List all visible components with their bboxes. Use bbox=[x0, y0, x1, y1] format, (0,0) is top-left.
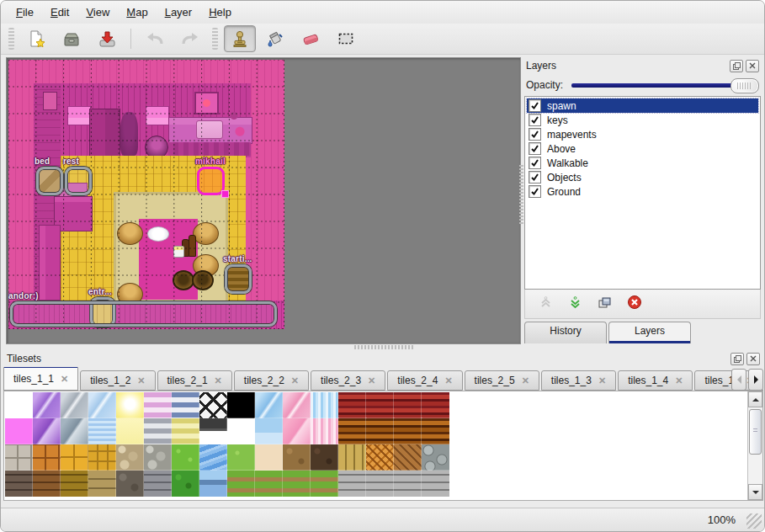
duplicate-layer-button[interactable] bbox=[598, 295, 612, 313]
layer-row-Walkable[interactable]: Walkable bbox=[527, 156, 758, 170]
scrollbar-track[interactable] bbox=[748, 407, 762, 484]
tile-swatch-r1c2[interactable] bbox=[61, 418, 88, 444]
tile-swatch-r2c15[interactable] bbox=[422, 444, 449, 471]
tile-swatch-r1c3[interactable] bbox=[88, 418, 116, 444]
tile-swatch-r3c0[interactable] bbox=[5, 471, 33, 497]
close-tab-icon[interactable]: ✕ bbox=[61, 375, 68, 384]
close-tab-icon[interactable]: ✕ bbox=[291, 376, 299, 386]
layer-visibility-checkbox[interactable] bbox=[529, 99, 541, 112]
close-tab-icon[interactable]: ✕ bbox=[368, 376, 375, 386]
opacity-slider-handle[interactable] bbox=[730, 78, 759, 93]
tile-swatch-r2c14[interactable] bbox=[394, 444, 422, 471]
tile-swatch-r2c11[interactable] bbox=[311, 444, 338, 471]
tile-swatch-r0c0[interactable] bbox=[5, 392, 33, 418]
tile-swatch-r0c15[interactable] bbox=[422, 392, 449, 418]
tile-swatch-r2c10[interactable] bbox=[283, 444, 311, 471]
tile-swatch-r2c1[interactable] bbox=[33, 444, 61, 471]
toolbar-grip[interactable] bbox=[8, 28, 14, 50]
tile-swatch-r0c14[interactable] bbox=[394, 392, 422, 418]
tile-swatch-r3c14[interactable] bbox=[394, 471, 422, 497]
tile-swatch-r1c6[interactable] bbox=[172, 418, 199, 444]
stamp-brush-button[interactable] bbox=[224, 25, 256, 52]
tile-swatch-r0c2[interactable] bbox=[61, 392, 88, 418]
tile-swatch-r1c10[interactable] bbox=[283, 418, 311, 444]
tile-swatch-r0c3[interactable] bbox=[88, 392, 116, 418]
menu-item-edit[interactable]: Edit bbox=[42, 3, 77, 22]
map-canvas[interactable]: bedrestmikhailstarti...entr...andor:) bbox=[8, 60, 284, 329]
tile-swatch-r0c7[interactable] bbox=[199, 392, 227, 418]
tile-swatch-r3c10[interactable] bbox=[283, 471, 311, 497]
dock-tab-layers[interactable]: Layers bbox=[608, 322, 691, 343]
tile-swatch-r3c15[interactable] bbox=[422, 471, 449, 497]
tile-swatch-r1c13[interactable] bbox=[366, 418, 394, 444]
vertical-splitter[interactable] bbox=[519, 165, 523, 224]
tileset-tab-tiles_1_2[interactable]: tiles_1_2✕ bbox=[80, 370, 155, 391]
horizontal-splitter[interactable] bbox=[354, 345, 415, 349]
tile-swatch-r1c0[interactable] bbox=[5, 418, 33, 444]
tile-swatch-r1c8[interactable] bbox=[227, 418, 255, 444]
close-tab-icon[interactable]: ✕ bbox=[675, 376, 683, 386]
opacity-slider[interactable] bbox=[570, 78, 759, 92]
tile-swatch-r0c1[interactable] bbox=[33, 392, 61, 418]
tile-swatch-r0c6[interactable] bbox=[172, 392, 199, 418]
menu-item-file[interactable]: File bbox=[8, 3, 42, 22]
undo-button[interactable] bbox=[139, 25, 171, 52]
tile-swatch-r2c4[interactable] bbox=[116, 444, 144, 471]
bucket-fill-button[interactable] bbox=[259, 25, 291, 52]
close-tilesets-icon[interactable] bbox=[746, 353, 760, 365]
tile-swatch-r0c9[interactable] bbox=[255, 392, 283, 418]
dock-tab-history[interactable]: History bbox=[524, 322, 607, 343]
open-map-button[interactable] bbox=[56, 25, 88, 52]
tile-swatch-r1c11[interactable] bbox=[311, 418, 338, 444]
float-tilesets-icon[interactable] bbox=[730, 353, 744, 365]
delete-layer-button[interactable] bbox=[627, 295, 642, 313]
close-tab-icon[interactable]: ✕ bbox=[137, 376, 145, 386]
eraser-button[interactable] bbox=[295, 25, 327, 52]
map-view[interactable]: bedrestmikhailstarti...entr...andor:) bbox=[6, 57, 521, 344]
layer-visibility-checkbox[interactable] bbox=[529, 114, 541, 126]
window-resize-grip[interactable] bbox=[746, 513, 762, 529]
tile-swatch-r3c2[interactable] bbox=[61, 471, 88, 497]
layer-visibility-checkbox[interactable] bbox=[529, 157, 541, 169]
tile-swatch-r3c13[interactable] bbox=[366, 471, 394, 497]
tile-swatch-r1c5[interactable] bbox=[144, 418, 172, 444]
rectangular-select-button[interactable] bbox=[330, 25, 362, 52]
tile-swatch-r3c5[interactable] bbox=[144, 471, 172, 497]
scroll-up-button[interactable] bbox=[748, 391, 762, 407]
tile-swatch-r1c14[interactable] bbox=[394, 418, 422, 444]
tile-swatch-r3c6[interactable] bbox=[172, 471, 199, 497]
tile-swatch-r0c12[interactable] bbox=[338, 392, 366, 418]
tile-swatch-r2c3[interactable] bbox=[88, 444, 116, 471]
scrollbar-thumb[interactable] bbox=[749, 409, 762, 455]
menu-item-view[interactable]: View bbox=[77, 3, 118, 22]
tileset-tab-tiles_1_4[interactable]: tiles_1_4✕ bbox=[618, 370, 693, 391]
layer-row-keys[interactable]: keys bbox=[527, 113, 758, 127]
tile-swatch-r2c13[interactable] bbox=[366, 444, 394, 471]
layer-row-mapevents[interactable]: mapevents bbox=[527, 127, 758, 141]
layer-visibility-checkbox[interactable] bbox=[529, 171, 541, 184]
tile-swatch-r2c2[interactable] bbox=[61, 444, 88, 471]
tile-swatch-r2c12[interactable] bbox=[338, 444, 366, 471]
tile-swatch-r2c6[interactable] bbox=[172, 444, 199, 471]
redo-button[interactable] bbox=[174, 25, 206, 52]
close-tab-icon[interactable]: ✕ bbox=[444, 376, 452, 386]
tile-swatch-r1c1[interactable] bbox=[33, 418, 61, 444]
map-object-rest[interactable] bbox=[65, 167, 92, 195]
tile-swatch-r2c7[interactable] bbox=[199, 444, 227, 471]
tile-swatch-r2c9[interactable] bbox=[255, 444, 283, 471]
layer-visibility-checkbox[interactable] bbox=[529, 185, 541, 198]
layer-visibility-checkbox[interactable] bbox=[529, 128, 541, 141]
float-panel-icon[interactable] bbox=[730, 60, 743, 72]
menu-item-layer[interactable]: Layer bbox=[157, 3, 201, 22]
tileset-tab-tiles_2_4[interactable]: tiles_2_4✕ bbox=[387, 370, 462, 391]
tile-swatch-r3c4[interactable] bbox=[116, 471, 144, 497]
tileset-tab-tiles_1_1[interactable]: tiles_1_1✕ bbox=[3, 367, 78, 391]
tile-swatch-r1c4[interactable] bbox=[116, 418, 144, 444]
scroll-tabs-left-button[interactable] bbox=[731, 369, 746, 391]
tile-swatch-r1c7[interactable] bbox=[199, 418, 227, 444]
menu-item-map[interactable]: Map bbox=[118, 3, 156, 22]
tileset-tab-tiles_2_5[interactable]: tiles_2_5✕ bbox=[465, 370, 539, 391]
tile-swatch-r3c8[interactable] bbox=[227, 471, 255, 497]
layer-row-spawn[interactable]: spawn bbox=[527, 98, 758, 113]
layer-visibility-checkbox[interactable] bbox=[529, 142, 541, 155]
